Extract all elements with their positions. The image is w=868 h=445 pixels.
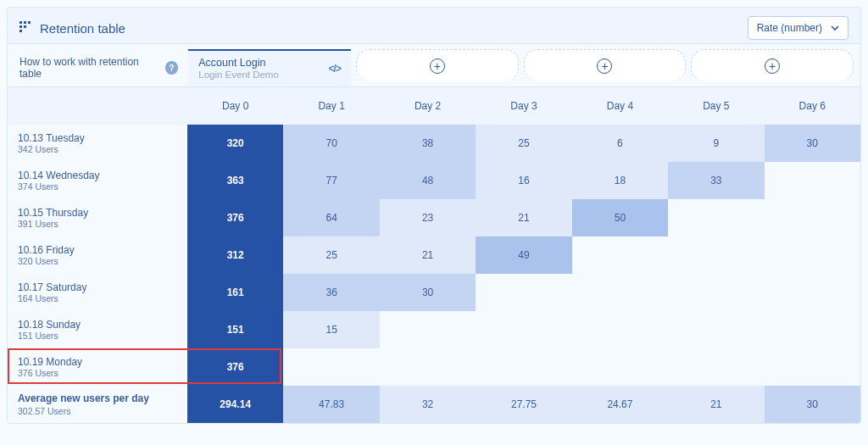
cell [668, 311, 764, 348]
col-header: Day 4 [572, 87, 668, 125]
svg-rect-4 [24, 25, 26, 28]
retention-table: Day 0 Day 1 Day 2 Day 3 Day 4 Day 5 Day … [8, 87, 860, 423]
rowhead: 10.18 Sunday151 Users [8, 311, 187, 348]
cell [380, 348, 476, 386]
cell: 77 [283, 162, 379, 199]
cell: 36 [283, 274, 379, 311]
cell: 294.14 [187, 386, 283, 423]
plus-icon: + [430, 58, 445, 74]
cell: 23 [380, 199, 476, 236]
cell: 312 [187, 236, 283, 274]
cell [765, 162, 860, 199]
cell: 320 [187, 125, 283, 162]
cell [572, 274, 668, 311]
header: Retention table Rate (number) [8, 8, 860, 43]
cell [476, 311, 571, 348]
rate-select-label: Rate (number) [757, 22, 822, 34]
cell [668, 274, 764, 311]
add-tab-3[interactable]: + [691, 49, 854, 81]
svg-rect-3 [19, 25, 22, 28]
col-header: Day 5 [668, 87, 764, 125]
tabstrip: How to work with retention table ? Accou… [8, 43, 860, 87]
svg-rect-0 [19, 21, 22, 24]
add-tab-1[interactable]: + [356, 49, 519, 81]
row-date: 10.16 Friday [18, 244, 177, 256]
col-header: Day 2 [380, 87, 476, 125]
cell: 16 [476, 162, 571, 199]
cell [380, 311, 476, 348]
tab-subtitle: Login Event Demo [198, 70, 279, 81]
cell [668, 348, 764, 386]
rowhead: 10.14 Wednesday374 Users [8, 162, 187, 199]
cell [572, 236, 668, 274]
howto-link[interactable]: How to work with retention table ? [14, 49, 183, 86]
cell: 21 [668, 386, 764, 423]
row-users: 320 Users [18, 256, 177, 266]
rowhead: 10.19 Monday376 Users [8, 348, 187, 386]
cell [668, 236, 764, 274]
cell: 47.83 [283, 386, 379, 423]
rowhead: 10.13 Tuesday342 Users [8, 125, 187, 162]
cell: 50 [572, 199, 668, 236]
plus-icon: + [597, 58, 612, 74]
table-row: 10.18 Sunday151 Users15115 [8, 311, 860, 348]
table-row: 10.17 Saturday164 Users1613630 [8, 274, 860, 311]
cell [572, 311, 668, 348]
chevron-down-icon [831, 24, 839, 32]
cell [476, 274, 571, 311]
cell [668, 199, 764, 236]
table-row: 10.19 Monday376 Users376 [8, 348, 860, 386]
row-users: 376 Users [18, 368, 177, 378]
retention-table-card: Retention table Rate (number) How to wor… [7, 7, 861, 424]
cell: 70 [283, 125, 379, 162]
col-header: Day 0 [187, 87, 283, 125]
row-date: 10.15 Thursday [18, 207, 177, 219]
cell: 25 [283, 236, 379, 274]
cell [476, 348, 571, 386]
table-row: 10.13 Tuesday342 Users3207038256930 [8, 125, 860, 162]
table-row: 10.14 Wednesday374 Users3637748161833 [8, 162, 860, 199]
rowhead: 10.16 Friday320 Users [8, 236, 187, 274]
svg-rect-2 [28, 21, 31, 24]
cell: 18 [572, 162, 668, 199]
svg-rect-5 [19, 30, 22, 32]
rate-select[interactable]: Rate (number) [748, 16, 849, 40]
cell [765, 274, 860, 311]
row-users: 151 Users [18, 331, 177, 341]
plus-icon: + [765, 58, 780, 74]
row-users: 342 Users [18, 144, 177, 154]
row-date: 10.14 Wednesday [18, 170, 177, 181]
row-users: 391 Users [18, 219, 177, 229]
add-tab-2[interactable]: + [524, 49, 687, 81]
tab-title: Account Login [198, 57, 279, 70]
row-users: 374 Users [18, 181, 177, 192]
howto-label: How to work with retention table [19, 56, 160, 80]
col-header: Day 1 [283, 87, 379, 125]
cell: 376 [187, 199, 283, 236]
row-users: 164 Users [18, 293, 177, 303]
cell: 21 [380, 236, 476, 274]
cell: 25 [476, 125, 571, 162]
header-blank [8, 87, 187, 125]
tab-account-login[interactable]: Account Login Login Event Demo </> [188, 49, 351, 86]
table-row: 10.16 Friday320 Users312252149 [8, 236, 860, 274]
row-date: 10.13 Tuesday [18, 132, 177, 144]
svg-rect-1 [24, 21, 26, 24]
retention-icon [19, 21, 33, 35]
cell: 161 [187, 274, 283, 311]
cell: 27.75 [476, 386, 571, 423]
cell [572, 348, 668, 386]
cell [765, 348, 860, 386]
col-header: Day 6 [765, 87, 860, 125]
cell [765, 199, 860, 236]
help-icon: ? [165, 61, 179, 75]
cell: 376 [187, 348, 283, 386]
row-users: 302.57 Users [18, 406, 177, 416]
summary-rowhead: Average new users per day302.57 Users [8, 386, 187, 423]
row-date: 10.17 Saturday [18, 281, 177, 293]
rowhead: 10.15 Thursday391 Users [8, 199, 187, 236]
page-title-wrap: Retention table [19, 21, 125, 36]
cell: 21 [476, 199, 571, 236]
cell: 30 [765, 125, 860, 162]
cell [283, 348, 379, 386]
